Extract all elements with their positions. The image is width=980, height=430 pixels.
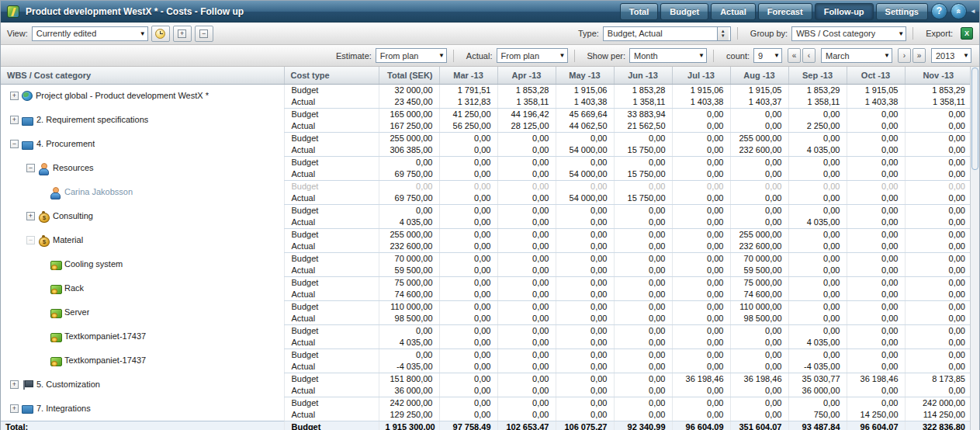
- show-per-select[interactable]: Month ▼: [629, 48, 707, 63]
- collapse-row-icon[interactable]: −: [26, 164, 35, 172]
- cell-value: 0,00: [556, 228, 614, 241]
- cost-type-label: Actual: [284, 96, 379, 109]
- wbs-row[interactable]: +Consulting: [1, 204, 284, 228]
- wbs-row[interactable]: −Resources: [1, 156, 284, 180]
- total-value: 97 758,49: [439, 421, 497, 430]
- cell-value: 0,00: [730, 156, 788, 168]
- cell-value: 0,00: [439, 409, 497, 421]
- cell-value: 0,00: [847, 132, 905, 144]
- expand-all-button[interactable]: +: [173, 26, 192, 42]
- column-header-11[interactable]: Nov -13: [905, 67, 971, 84]
- wbs-row[interactable]: −4. Procurement: [1, 132, 284, 156]
- history-button[interactable]: [151, 26, 170, 42]
- type-spinner[interactable]: Budget, Actual ▲▼: [603, 26, 731, 41]
- scrollbar-thumb[interactable]: [971, 68, 978, 170]
- column-header-2[interactable]: Total (SEK): [379, 67, 439, 84]
- cell-value: 0,00: [905, 361, 971, 373]
- nav-button-budget[interactable]: Budget: [660, 3, 708, 20]
- first-period-button[interactable]: «: [788, 48, 801, 63]
- column-header-10[interactable]: Oct -13: [847, 67, 905, 84]
- wbs-row[interactable]: +7. Integrations: [1, 397, 284, 421]
- cell-value: 0,00: [614, 397, 672, 409]
- group-by-select[interactable]: WBS / Cost category ▼: [791, 26, 906, 41]
- view-select[interactable]: Currently edited ▼: [32, 26, 148, 41]
- cell-value: 0,00: [439, 313, 497, 325]
- row-label[interactable]: Carina Jakobsson: [64, 186, 133, 198]
- wbs-row[interactable]: −Material: [1, 228, 284, 252]
- help-button[interactable]: ?: [931, 3, 947, 19]
- wbs-row[interactable]: Server: [1, 300, 284, 324]
- cell-value: 1 312,83: [439, 96, 497, 109]
- separator: [713, 50, 714, 62]
- column-header-1[interactable]: Cost type: [284, 67, 379, 84]
- cell-value: 54 000,00: [556, 168, 614, 181]
- cell-value: 98 500,00: [379, 313, 439, 325]
- cell-value: 0,00: [905, 289, 971, 301]
- cell-value: 56 250,00: [439, 120, 497, 133]
- expand-row-icon[interactable]: +: [10, 380, 19, 389]
- cost-table: WBS / Cost categoryCost typeTotal (SEK)M…: [1, 67, 971, 430]
- expand-row-icon[interactable]: +: [10, 116, 19, 124]
- cell-value: 0,00: [439, 289, 497, 301]
- actual-select[interactable]: From plan ▼: [497, 48, 568, 63]
- cell-value: 0,00: [905, 252, 971, 265]
- wbs-row[interactable]: Cooling system: [1, 252, 284, 276]
- next-period-button[interactable]: ›: [898, 48, 911, 63]
- wbs-row[interactable]: +2. Requirement specifications: [1, 108, 284, 132]
- spinner-arrows-icon[interactable]: ▲▼: [717, 27, 729, 40]
- cell-value: 1 915,06: [556, 84, 614, 96]
- column-header-9[interactable]: Sep -13: [788, 67, 847, 84]
- cell-value: 33 883,94: [614, 108, 672, 120]
- wbs-row[interactable]: +Project global - Product development We…: [1, 84, 284, 108]
- column-header-7[interactable]: Jul -13: [672, 67, 730, 84]
- collapse-all-button[interactable]: −: [195, 26, 213, 42]
- last-period-button[interactable]: »: [912, 48, 926, 63]
- column-header-6[interactable]: Jun -13: [614, 67, 672, 84]
- row-label: 2. Requirement specifications: [36, 114, 148, 126]
- nav-button-settings[interactable]: Settings: [876, 3, 928, 20]
- collapse-row-icon[interactable]: −: [10, 140, 19, 148]
- wbs-row[interactable]: Carina Jakobsson: [1, 180, 284, 204]
- chevron-down-icon: ▼: [140, 30, 146, 37]
- nav-button-total[interactable]: Total: [620, 3, 658, 20]
- cell-value: 0,00: [847, 361, 905, 373]
- year-select[interactable]: 2013 ▼: [931, 48, 971, 63]
- cell-value: 0,00: [788, 300, 847, 313]
- expand-row-icon[interactable]: +: [10, 404, 19, 413]
- panel-edge-arrow-icon[interactable]: ◄: [970, 8, 976, 15]
- wbs-row[interactable]: +5. Customization: [1, 373, 284, 397]
- column-header-0[interactable]: WBS / Cost category: [1, 67, 284, 84]
- total-value: 351 604,07: [730, 421, 788, 430]
- column-header-5[interactable]: May -13: [556, 67, 614, 84]
- cell-value: 0,00: [379, 324, 439, 337]
- column-header-4[interactable]: Apr -13: [497, 67, 556, 84]
- group-by-label: Group by:: [750, 29, 788, 38]
- count-select[interactable]: 9 ▼: [753, 48, 782, 63]
- cell-value: 0,00: [556, 180, 614, 192]
- cell-value: 0,00: [556, 324, 614, 337]
- vertical-scrollbar[interactable]: [970, 67, 979, 430]
- collapse-panel-button[interactable]: «: [951, 3, 967, 19]
- expand-row-icon[interactable]: +: [10, 92, 19, 100]
- expand-row-icon[interactable]: +: [26, 212, 35, 220]
- month-select[interactable]: March ▼: [821, 48, 892, 63]
- cell-value: 0,00: [730, 192, 788, 205]
- wbs-row[interactable]: Textkompaniet-17437: [1, 349, 284, 373]
- collapse-row-icon[interactable]: −: [26, 236, 35, 244]
- column-header-3[interactable]: Mar -13: [439, 67, 497, 84]
- nav-button-follow-up[interactable]: Follow-up: [815, 3, 874, 20]
- cell-value: 1 403,38: [847, 96, 905, 109]
- total-value: 106 075,27: [556, 421, 614, 430]
- previous-period-button[interactable]: ‹: [802, 48, 816, 63]
- wbs-row[interactable]: Rack: [1, 276, 284, 300]
- column-header-8[interactable]: Aug -13: [730, 67, 788, 84]
- chevron-down-icon: ▼: [898, 30, 904, 37]
- cell-value: 0,00: [439, 144, 497, 157]
- nav-button-actual[interactable]: Actual: [711, 3, 756, 20]
- chevron-down-icon: ▼: [698, 52, 705, 59]
- cell-value: 74 600,00: [730, 289, 788, 301]
- nav-button-forecast[interactable]: Forecast: [758, 3, 812, 20]
- export-excel-icon[interactable]: X: [961, 27, 973, 40]
- estimate-select[interactable]: From plan ▼: [376, 48, 447, 63]
- wbs-row[interactable]: Textkompaniet-17437: [1, 324, 284, 349]
